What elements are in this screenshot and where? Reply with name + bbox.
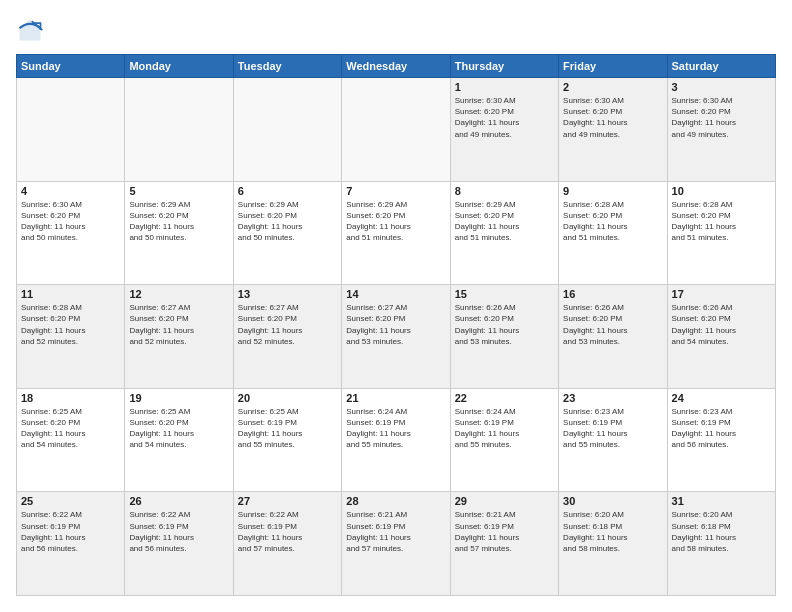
calendar-cell: 8Sunrise: 6:29 AM Sunset: 6:20 PM Daylig… bbox=[450, 181, 558, 285]
day-info: Sunrise: 6:22 AM Sunset: 6:19 PM Dayligh… bbox=[21, 509, 120, 554]
day-info: Sunrise: 6:26 AM Sunset: 6:20 PM Dayligh… bbox=[563, 302, 662, 347]
day-number: 16 bbox=[563, 288, 662, 300]
calendar-cell: 4Sunrise: 6:30 AM Sunset: 6:20 PM Daylig… bbox=[17, 181, 125, 285]
day-number: 8 bbox=[455, 185, 554, 197]
weekday-header-wednesday: Wednesday bbox=[342, 55, 450, 78]
header bbox=[16, 16, 776, 44]
day-number: 15 bbox=[455, 288, 554, 300]
day-info: Sunrise: 6:24 AM Sunset: 6:19 PM Dayligh… bbox=[455, 406, 554, 451]
calendar-cell: 18Sunrise: 6:25 AM Sunset: 6:20 PM Dayli… bbox=[17, 388, 125, 492]
day-number: 10 bbox=[672, 185, 771, 197]
calendar-cell: 2Sunrise: 6:30 AM Sunset: 6:20 PM Daylig… bbox=[559, 78, 667, 182]
calendar-cell: 24Sunrise: 6:23 AM Sunset: 6:19 PM Dayli… bbox=[667, 388, 775, 492]
day-number: 9 bbox=[563, 185, 662, 197]
day-number: 30 bbox=[563, 495, 662, 507]
day-number: 29 bbox=[455, 495, 554, 507]
day-info: Sunrise: 6:27 AM Sunset: 6:20 PM Dayligh… bbox=[129, 302, 228, 347]
calendar-cell: 13Sunrise: 6:27 AM Sunset: 6:20 PM Dayli… bbox=[233, 285, 341, 389]
day-number: 28 bbox=[346, 495, 445, 507]
day-info: Sunrise: 6:30 AM Sunset: 6:20 PM Dayligh… bbox=[455, 95, 554, 140]
day-info: Sunrise: 6:22 AM Sunset: 6:19 PM Dayligh… bbox=[129, 509, 228, 554]
day-info: Sunrise: 6:28 AM Sunset: 6:20 PM Dayligh… bbox=[672, 199, 771, 244]
calendar-cell: 19Sunrise: 6:25 AM Sunset: 6:20 PM Dayli… bbox=[125, 388, 233, 492]
day-number: 14 bbox=[346, 288, 445, 300]
weekday-header-tuesday: Tuesday bbox=[233, 55, 341, 78]
day-info: Sunrise: 6:29 AM Sunset: 6:20 PM Dayligh… bbox=[238, 199, 337, 244]
calendar-cell: 6Sunrise: 6:29 AM Sunset: 6:20 PM Daylig… bbox=[233, 181, 341, 285]
calendar-cell bbox=[233, 78, 341, 182]
calendar-cell: 1Sunrise: 6:30 AM Sunset: 6:20 PM Daylig… bbox=[450, 78, 558, 182]
calendar-cell: 3Sunrise: 6:30 AM Sunset: 6:20 PM Daylig… bbox=[667, 78, 775, 182]
day-number: 5 bbox=[129, 185, 228, 197]
calendar-cell: 5Sunrise: 6:29 AM Sunset: 6:20 PM Daylig… bbox=[125, 181, 233, 285]
day-number: 1 bbox=[455, 81, 554, 93]
day-number: 26 bbox=[129, 495, 228, 507]
day-number: 25 bbox=[21, 495, 120, 507]
calendar-table: SundayMondayTuesdayWednesdayThursdayFrid… bbox=[16, 54, 776, 596]
calendar-cell: 10Sunrise: 6:28 AM Sunset: 6:20 PM Dayli… bbox=[667, 181, 775, 285]
day-number: 6 bbox=[238, 185, 337, 197]
logo bbox=[16, 16, 48, 44]
calendar-cell bbox=[17, 78, 125, 182]
day-number: 11 bbox=[21, 288, 120, 300]
day-info: Sunrise: 6:20 AM Sunset: 6:18 PM Dayligh… bbox=[563, 509, 662, 554]
calendar-cell: 9Sunrise: 6:28 AM Sunset: 6:20 PM Daylig… bbox=[559, 181, 667, 285]
day-info: Sunrise: 6:28 AM Sunset: 6:20 PM Dayligh… bbox=[563, 199, 662, 244]
calendar-cell: 7Sunrise: 6:29 AM Sunset: 6:20 PM Daylig… bbox=[342, 181, 450, 285]
day-number: 2 bbox=[563, 81, 662, 93]
day-info: Sunrise: 6:29 AM Sunset: 6:20 PM Dayligh… bbox=[455, 199, 554, 244]
week-row-0: 1Sunrise: 6:30 AM Sunset: 6:20 PM Daylig… bbox=[17, 78, 776, 182]
calendar-cell: 20Sunrise: 6:25 AM Sunset: 6:19 PM Dayli… bbox=[233, 388, 341, 492]
day-info: Sunrise: 6:24 AM Sunset: 6:19 PM Dayligh… bbox=[346, 406, 445, 451]
day-info: Sunrise: 6:30 AM Sunset: 6:20 PM Dayligh… bbox=[563, 95, 662, 140]
day-info: Sunrise: 6:28 AM Sunset: 6:20 PM Dayligh… bbox=[21, 302, 120, 347]
calendar-cell: 22Sunrise: 6:24 AM Sunset: 6:19 PM Dayli… bbox=[450, 388, 558, 492]
calendar-cell: 21Sunrise: 6:24 AM Sunset: 6:19 PM Dayli… bbox=[342, 388, 450, 492]
day-info: Sunrise: 6:30 AM Sunset: 6:20 PM Dayligh… bbox=[21, 199, 120, 244]
day-number: 12 bbox=[129, 288, 228, 300]
day-number: 19 bbox=[129, 392, 228, 404]
day-info: Sunrise: 6:20 AM Sunset: 6:18 PM Dayligh… bbox=[672, 509, 771, 554]
day-info: Sunrise: 6:23 AM Sunset: 6:19 PM Dayligh… bbox=[563, 406, 662, 451]
weekday-header-friday: Friday bbox=[559, 55, 667, 78]
calendar-cell: 29Sunrise: 6:21 AM Sunset: 6:19 PM Dayli… bbox=[450, 492, 558, 596]
calendar-cell: 31Sunrise: 6:20 AM Sunset: 6:18 PM Dayli… bbox=[667, 492, 775, 596]
day-info: Sunrise: 6:27 AM Sunset: 6:20 PM Dayligh… bbox=[346, 302, 445, 347]
day-number: 22 bbox=[455, 392, 554, 404]
calendar-cell bbox=[342, 78, 450, 182]
day-number: 3 bbox=[672, 81, 771, 93]
logo-icon bbox=[16, 16, 44, 44]
calendar-cell: 27Sunrise: 6:22 AM Sunset: 6:19 PM Dayli… bbox=[233, 492, 341, 596]
day-info: Sunrise: 6:25 AM Sunset: 6:20 PM Dayligh… bbox=[129, 406, 228, 451]
day-number: 4 bbox=[21, 185, 120, 197]
calendar-cell: 17Sunrise: 6:26 AM Sunset: 6:20 PM Dayli… bbox=[667, 285, 775, 389]
weekday-row: SundayMondayTuesdayWednesdayThursdayFrid… bbox=[17, 55, 776, 78]
day-number: 21 bbox=[346, 392, 445, 404]
day-info: Sunrise: 6:27 AM Sunset: 6:20 PM Dayligh… bbox=[238, 302, 337, 347]
weekday-header-thursday: Thursday bbox=[450, 55, 558, 78]
calendar-body: 1Sunrise: 6:30 AM Sunset: 6:20 PM Daylig… bbox=[17, 78, 776, 596]
day-number: 13 bbox=[238, 288, 337, 300]
day-info: Sunrise: 6:29 AM Sunset: 6:20 PM Dayligh… bbox=[346, 199, 445, 244]
calendar-cell: 14Sunrise: 6:27 AM Sunset: 6:20 PM Dayli… bbox=[342, 285, 450, 389]
calendar-cell: 12Sunrise: 6:27 AM Sunset: 6:20 PM Dayli… bbox=[125, 285, 233, 389]
day-info: Sunrise: 6:26 AM Sunset: 6:20 PM Dayligh… bbox=[672, 302, 771, 347]
week-row-2: 11Sunrise: 6:28 AM Sunset: 6:20 PM Dayli… bbox=[17, 285, 776, 389]
day-number: 23 bbox=[563, 392, 662, 404]
day-info: Sunrise: 6:30 AM Sunset: 6:20 PM Dayligh… bbox=[672, 95, 771, 140]
day-number: 27 bbox=[238, 495, 337, 507]
day-info: Sunrise: 6:25 AM Sunset: 6:19 PM Dayligh… bbox=[238, 406, 337, 451]
day-number: 18 bbox=[21, 392, 120, 404]
calendar-cell: 23Sunrise: 6:23 AM Sunset: 6:19 PM Dayli… bbox=[559, 388, 667, 492]
week-row-1: 4Sunrise: 6:30 AM Sunset: 6:20 PM Daylig… bbox=[17, 181, 776, 285]
page: SundayMondayTuesdayWednesdayThursdayFrid… bbox=[0, 0, 792, 612]
day-info: Sunrise: 6:22 AM Sunset: 6:19 PM Dayligh… bbox=[238, 509, 337, 554]
day-number: 31 bbox=[672, 495, 771, 507]
calendar-cell: 15Sunrise: 6:26 AM Sunset: 6:20 PM Dayli… bbox=[450, 285, 558, 389]
day-info: Sunrise: 6:25 AM Sunset: 6:20 PM Dayligh… bbox=[21, 406, 120, 451]
calendar-cell: 26Sunrise: 6:22 AM Sunset: 6:19 PM Dayli… bbox=[125, 492, 233, 596]
calendar-cell: 25Sunrise: 6:22 AM Sunset: 6:19 PM Dayli… bbox=[17, 492, 125, 596]
day-info: Sunrise: 6:23 AM Sunset: 6:19 PM Dayligh… bbox=[672, 406, 771, 451]
day-number: 7 bbox=[346, 185, 445, 197]
day-info: Sunrise: 6:21 AM Sunset: 6:19 PM Dayligh… bbox=[455, 509, 554, 554]
